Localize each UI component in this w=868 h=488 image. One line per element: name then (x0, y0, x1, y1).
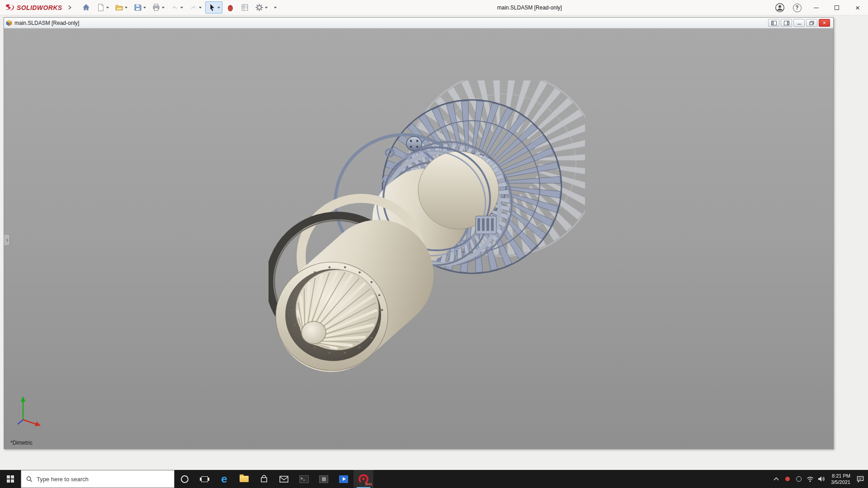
document-title: main.SLDASM [Read-only] (14, 20, 79, 26)
print-icon (152, 3, 160, 12)
help-icon: ? (793, 4, 802, 12)
toolbar-overflow-dropdown[interactable] (274, 7, 277, 9)
solidworks-logo: SOLIDWORKS (5, 4, 62, 12)
save-button[interactable] (131, 1, 148, 14)
volume-icon (818, 476, 825, 482)
new-document-dropdown[interactable] (106, 7, 109, 9)
open-folder-icon (115, 3, 123, 12)
redo-dropdown[interactable] (199, 7, 202, 9)
redo-button[interactable] (187, 1, 204, 14)
taskbar-app-movies[interactable] (334, 470, 354, 488)
taskbar-app-mail[interactable] (274, 470, 294, 488)
undo-icon (170, 3, 179, 12)
jet-engine-model[interactable] (269, 80, 585, 379)
new-document-button[interactable] (94, 1, 111, 14)
windows-logo-icon (7, 475, 14, 483)
toolbar-flyout-arrow[interactable] (66, 5, 72, 10)
options-button[interactable] (253, 1, 270, 14)
app-window-title: main.SLDASM [Read-only] (497, 5, 561, 11)
help-button[interactable]: ? (792, 2, 802, 13)
open-button[interactable] (113, 1, 130, 14)
account-button[interactable] (774, 2, 785, 13)
doc-minimize-button[interactable] (793, 19, 805, 27)
doc-restore-icon (809, 21, 814, 25)
doc-close-button[interactable]: × (819, 19, 830, 27)
open-dropdown[interactable] (125, 7, 127, 9)
document-titlebar[interactable]: main.SLDASM [Read-only] × (4, 18, 833, 28)
hidden-icons-button[interactable] (770, 470, 782, 488)
view-orientation-label: *Dimetric (10, 440, 33, 446)
undo-dropdown[interactable] (180, 7, 183, 9)
task-view-icon (201, 476, 208, 482)
print-button[interactable] (150, 1, 167, 14)
select-tool-button[interactable] (205, 1, 222, 14)
tray-status-red[interactable] (782, 470, 793, 488)
volume-button[interactable] (816, 470, 827, 488)
circle-app-icon (796, 476, 802, 482)
app-titlebar: SOLIDWORKS (0, 0, 868, 15)
feature-tree-collapse-tab[interactable] (4, 234, 10, 246)
pane-right-icon (784, 21, 789, 25)
cortana-icon (181, 475, 189, 483)
taskbar-app-edge[interactable]: e (214, 470, 234, 488)
select-tool-dropdown[interactable] (217, 7, 220, 9)
pane-left-icon (771, 21, 777, 25)
task-view-button[interactable] (194, 470, 214, 488)
store-bag-icon (260, 475, 268, 483)
solidworks-logo-icon (5, 4, 14, 12)
document-window-controls: × (768, 19, 831, 27)
pane-right-button[interactable] (781, 19, 792, 27)
taskbar-clock[interactable]: 8:21 PM 3/5/2021 (827, 473, 854, 485)
app-minimize-button[interactable] (806, 0, 826, 15)
mail-icon (279, 476, 288, 483)
home-button[interactable] (80, 1, 93, 14)
taskbar-app-file-explorer[interactable] (234, 470, 254, 488)
app-window-controls: ? × (771, 0, 868, 15)
action-center-icon (857, 476, 864, 483)
taskbar-app-solidworks[interactable]: 2021 (354, 470, 373, 488)
taskbar-search[interactable] (21, 470, 175, 488)
taskbar-app-dark[interactable] (314, 470, 334, 488)
wifi-icon (807, 476, 814, 482)
cortana-button[interactable] (175, 470, 194, 488)
graphics-viewport[interactable]: *Dimetric (4, 28, 833, 449)
select-cursor-icon (208, 3, 216, 12)
movies-play-icon (339, 475, 348, 483)
undo-button[interactable] (168, 1, 185, 14)
chevron-right-icon (5, 238, 8, 241)
brand-text: SOLIDWORKS (17, 4, 62, 11)
doc-minimize-icon (797, 24, 801, 24)
doc-restore-button[interactable] (806, 19, 817, 27)
mouse-gestures-button[interactable] (224, 1, 237, 14)
redo-icon (189, 3, 198, 12)
properties-button[interactable] (238, 1, 251, 14)
network-button[interactable] (804, 470, 816, 488)
close-icon: × (855, 4, 860, 12)
chevron-up-icon (774, 477, 779, 481)
doc-close-icon: × (823, 20, 826, 26)
taskbar-app-store[interactable] (254, 470, 274, 488)
solidworks-year-badge: 2021 (365, 483, 372, 486)
mouse-icon (226, 3, 235, 12)
clock-date: 3/5/2021 (831, 479, 850, 485)
orientation-triad (13, 394, 47, 431)
taskbar-app-console[interactable]: >_ (294, 470, 314, 488)
quick-access-toolbar (80, 1, 277, 14)
tray-app-circle[interactable] (793, 470, 804, 488)
account-icon (775, 3, 785, 13)
print-dropdown[interactable] (162, 7, 165, 9)
action-center-button[interactable] (854, 470, 866, 488)
folder-icon (240, 476, 249, 482)
search-input[interactable] (37, 476, 169, 483)
start-button[interactable] (0, 470, 21, 488)
options-dropdown[interactable] (265, 7, 268, 9)
app-close-button[interactable]: × (847, 0, 868, 15)
document-window: main.SLDASM [Read-only] × (4, 17, 834, 449)
screen: SOLIDWORKS (0, 0, 868, 488)
app-maximize-button[interactable] (826, 0, 847, 15)
save-dropdown[interactable] (143, 7, 146, 9)
new-document-icon (96, 3, 105, 12)
pane-left-button[interactable] (768, 19, 779, 27)
edge-icon: e (221, 474, 227, 484)
gear-icon (255, 3, 264, 12)
